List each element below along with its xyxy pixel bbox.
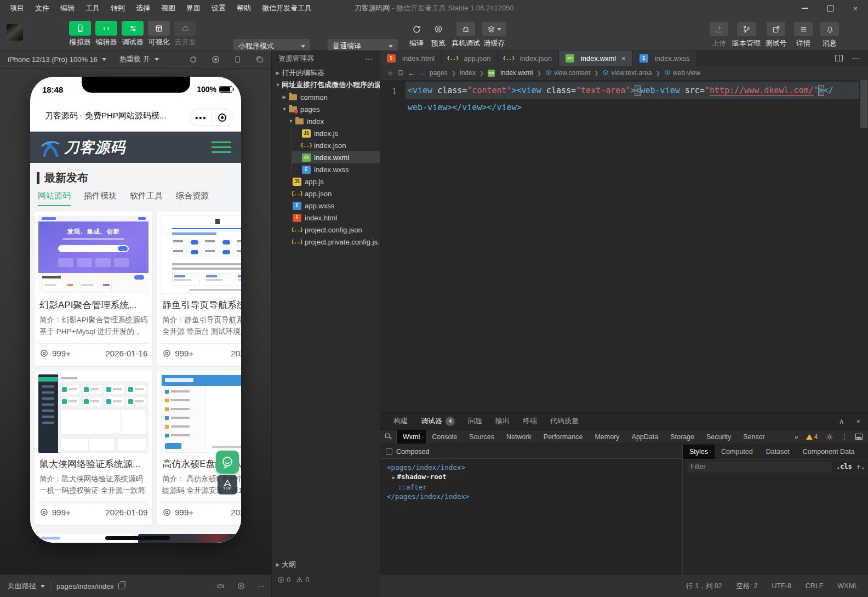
wxml-node-after[interactable]: ::after [387,482,682,492]
menu-view[interactable]: 视图 [156,0,181,16]
inspect-element-icon[interactable] [380,430,397,444]
more-tabs-icon[interactable]: » [795,433,798,441]
devtools-tab-performance[interactable]: Performance [538,430,589,444]
user-avatar[interactable] [7,24,23,41]
project-root[interactable]: ▼ 网址直接打包成微信小程序的源码 [272,79,380,91]
tab-website-source[interactable]: 网站源码 [38,191,71,206]
file-index-wxss[interactable]: Ɛ index.wxss [292,163,380,175]
menu-select[interactable]: 选择 [130,0,156,16]
close-miniprogram-button[interactable] [212,113,233,122]
folder-common[interactable]: ▶ common [272,91,380,103]
folder-index[interactable]: ▼ index [272,115,380,127]
panel-tab-terminal[interactable]: 终端 [517,416,542,426]
crumb-file[interactable]: <>index.wxml [488,69,533,77]
nav-back-icon[interactable]: ← [408,69,415,77]
tab-index-wxss[interactable]: Ɛindex.wxss [633,50,697,66]
file-app-js[interactable]: JS app.js [272,175,380,187]
panel-tab-debugger[interactable]: 调试器4 [415,416,460,426]
devtools-tab-security[interactable]: Security [700,430,737,444]
devtools-tab-appdata[interactable]: AppData [626,430,665,444]
devtools-tab-sensor[interactable]: Sensor [737,430,771,444]
clear-cache-button[interactable]: 清缓存 [475,22,514,48]
devtools-settings-icon[interactable] [826,433,833,441]
file-index-js[interactable]: JS index.js [292,127,380,139]
editor-scrollbar[interactable] [860,80,867,412]
devtools-tab-memory[interactable]: Memory [589,430,625,444]
computed-tab[interactable]: Computed [715,445,760,459]
menu-project[interactable]: 项目 [4,0,30,16]
tab-index-wxml[interactable]: <>index.wxml× [559,50,633,66]
vibrate-icon[interactable] [216,582,225,590]
dataset-tab[interactable]: Dataset [760,445,796,459]
crumb-view-content[interactable]: view.content [545,69,590,77]
wxml-node-shadow-root[interactable]: ▶#shadow-root [387,472,682,482]
explorer-more-icon[interactable]: ⋯ [365,54,373,63]
composed-checkbox[interactable] [386,448,392,455]
tab-app-json[interactable]: {..}app.json [442,50,498,66]
menu-interface[interactable]: 界面 [181,0,206,16]
menu-goto[interactable]: 转到 [105,0,130,16]
menu-edit[interactable]: 编辑 [55,0,80,16]
tab-misc-resources[interactable]: 综合资源 [176,191,209,206]
device-select[interactable]: iPhone 12/13 (Pro) 100% 16 [0,55,106,64]
crumb-view-text-area[interactable]: view.text-area [602,69,652,77]
file-index-json[interactable]: {..} index.json [292,139,380,151]
devtools-tab-storage[interactable]: Storage [664,430,700,444]
copy-path-icon[interactable] [118,583,124,589]
styles-tab[interactable]: Styles [683,445,715,459]
style-filter-input[interactable] [687,462,832,472]
devtools-tab-network[interactable]: Network [500,430,538,444]
multi-window-icon[interactable] [255,55,264,64]
resource-card[interactable]: 高仿永硕E盘的个人网... 简介： 高仿永硕E盘的个人网盘系统源码 全开源安装步… [157,371,241,525]
menu-file[interactable]: 文件 [30,0,55,16]
wxml-node-close[interactable]: </pages/index/index> [387,492,682,501]
tab-index-json[interactable]: {..}index.json [498,50,559,66]
editor-more-icon[interactable]: ⋯ [852,53,860,64]
bookmark-icon[interactable] [397,69,404,77]
messages-button[interactable]: 消息 [810,22,849,48]
menu-settings[interactable]: 设置 [206,0,231,16]
page-path-select[interactable]: 页面路径 [8,581,45,591]
file-index-wxml[interactable]: <> index.wxml [292,151,380,163]
close-panel-icon[interactable]: × [856,417,860,425]
dock-side-icon[interactable] [855,434,863,440]
open-editors-section[interactable]: ▶ 打开的编辑器 [272,67,380,79]
resource-card[interactable]: 静鱼引导页导航系统源... 简介：静鱼引导页导航系统源码全开源 带后台 测试环境… [157,212,241,366]
file-project-config[interactable]: {..} project.config.json [272,224,380,236]
eol-setting[interactable]: CRLF [806,582,824,590]
crumb-pages[interactable]: pages [430,69,448,77]
tab-index-html[interactable]: 5index.html [380,50,442,66]
device-frame-icon[interactable] [234,55,241,64]
minimize-button[interactable] [792,0,818,16]
encoding[interactable]: UTF-8 [772,582,791,590]
crumb-index[interactable]: index [460,69,476,77]
close-tab-icon[interactable]: × [621,54,626,62]
more-options-icon[interactable]: ⋯ [258,582,265,590]
maximize-button[interactable] [818,0,843,16]
panel-tab-output[interactable]: 输出 [490,416,515,426]
crumb-web-view[interactable]: web-view [664,69,700,77]
hamburger-menu-icon[interactable] [212,141,231,153]
tab-plugin-module[interactable]: 插件模块 [84,191,117,206]
hot-reload-toggle[interactable]: 热重载 开 [119,54,159,64]
outline-list-icon[interactable] [386,69,393,77]
component-data-tab[interactable]: Component Data [796,445,861,459]
tab-software-tools[interactable]: 软件工具 [130,191,163,206]
file-project-private-config[interactable]: {..} project.private.config.js... [272,236,380,248]
warnings-indicator[interactable]: 4 [806,433,818,441]
split-editor-icon[interactable] [835,55,843,61]
new-style-rule-button[interactable]: + [856,462,864,471]
collapse-panel-icon[interactable]: ∧ [839,417,844,425]
indent-setting[interactable]: 空格: 2 [736,582,758,591]
chat-service-button[interactable] [216,451,239,474]
stop-icon[interactable] [212,55,220,64]
file-app-wxss[interactable]: Ɛ app.wxss [272,200,380,212]
code-editor[interactable]: 1 <view class="content"><view class="tex… [380,80,868,412]
cursor-position[interactable]: 行 1，列 82 [686,582,722,591]
outline-section[interactable]: ▶ 大纲 [272,558,380,571]
menu-devtools[interactable]: 微信开发者工具 [256,0,317,16]
wxml-node-open[interactable]: <pages/index/index> [387,463,682,472]
language-mode[interactable]: WXML [838,582,859,590]
devtools-menu-icon[interactable]: ⋮ [841,433,848,441]
panel-tab-problems[interactable]: 问题 [462,416,488,426]
